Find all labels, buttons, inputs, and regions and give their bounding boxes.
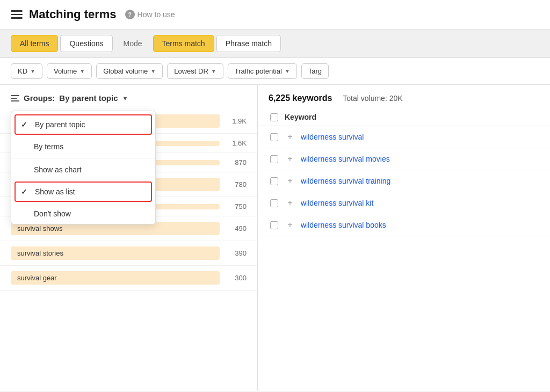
dropdown-item-dont-show[interactable]: Don't show xyxy=(11,204,155,224)
keyword-link[interactable]: wilderness survival kit xyxy=(301,199,373,207)
header-checkbox-col xyxy=(269,113,279,121)
row-checkbox[interactable] xyxy=(270,177,278,185)
how-to-use-link[interactable]: ? How to use xyxy=(125,10,175,19)
chevron-down-icon: ▼ xyxy=(30,68,35,74)
page-title: Matching terms xyxy=(29,8,117,21)
right-panel: 6,225 keywords Total volume: 20K Keyword… xyxy=(258,85,550,391)
dropdown-divider xyxy=(11,158,155,158)
hamburger-icon[interactable] xyxy=(11,10,23,19)
app-header: Matching terms ? How to use xyxy=(0,0,550,30)
groups-dropdown: ✓ By parent topic By terms Show as chart… xyxy=(11,111,156,224)
tab-mode-label: Mode xyxy=(115,35,151,52)
keyword-list-row: + wilderness survival xyxy=(258,126,550,148)
tab-questions[interactable]: Questions xyxy=(60,35,112,52)
groups-header[interactable]: Groups: By parent topic ▼ xyxy=(0,85,257,109)
add-keyword-icon[interactable]: + xyxy=(285,176,295,186)
left-panel: Groups: By parent topic ▼ ✓ By parent to… xyxy=(0,85,258,391)
main-content: Groups: By parent topic ▼ ✓ By parent to… xyxy=(0,85,550,391)
keyword-count: 490 xyxy=(225,224,247,233)
filter-kd[interactable]: KD ▼ xyxy=(11,63,42,79)
keyword-link[interactable]: wilderness survival movies xyxy=(301,155,390,163)
groups-dropdown-arrow: ▼ xyxy=(122,95,128,101)
groups-by-value: By parent topic xyxy=(59,93,118,103)
row-checkbox-col xyxy=(269,221,279,229)
keywords-count: 6,225 keywords xyxy=(269,93,332,103)
keyword-list-row: + wilderness survival movies xyxy=(258,148,550,170)
keyword-badge: survival stories xyxy=(11,246,220,260)
right-panel-header: 6,225 keywords Total volume: 20K xyxy=(258,85,550,108)
keyword-count: 870 xyxy=(225,158,247,166)
keyword-link[interactable]: wilderness survival xyxy=(301,133,364,141)
keyword-link[interactable]: wilderness survival training xyxy=(301,177,390,185)
keyword-list-row: + wilderness survival books xyxy=(258,214,550,236)
filter-targ-partial: Targ xyxy=(301,63,329,79)
tab-bar: All terms Questions Mode Terms match Phr… xyxy=(0,30,550,58)
dropdown-item-by-parent-topic[interactable]: ✓ By parent topic xyxy=(15,114,152,135)
row-checkbox-col xyxy=(269,155,279,163)
keyword-list-row: + wilderness survival training xyxy=(258,170,550,192)
keyword-list-row: + wilderness survival kit xyxy=(258,192,550,214)
dropdown-item-show-as-list[interactable]: ✓ Show as list xyxy=(15,182,152,202)
row-checkbox[interactable] xyxy=(270,133,278,141)
add-keyword-icon[interactable]: + xyxy=(285,154,295,164)
add-keyword-icon[interactable]: + xyxy=(285,220,295,230)
keyword-count: 750 xyxy=(225,202,247,210)
chevron-down-icon: ▼ xyxy=(211,68,216,74)
chevron-down-icon: ▼ xyxy=(285,68,290,74)
keyword-count: 390 xyxy=(225,249,247,257)
filter-bar: KD ▼ Volume ▼ Global volume ▼ Lowest DR … xyxy=(0,58,550,85)
keyword-count: 1.6K xyxy=(225,139,247,147)
total-volume: Total volume: 20K xyxy=(343,94,402,103)
tab-all-terms[interactable]: All terms xyxy=(11,35,58,52)
chevron-down-icon: ▼ xyxy=(79,68,85,74)
keyword-count: 1.9K xyxy=(225,117,247,125)
keyword-badge: survival gear xyxy=(11,271,220,285)
row-checkbox[interactable] xyxy=(270,155,278,163)
dropdown-item-show-as-chart[interactable]: Show as chart xyxy=(11,159,155,180)
filter-lowest-dr[interactable]: Lowest DR ▼ xyxy=(167,63,223,79)
add-keyword-icon[interactable]: + xyxy=(285,198,295,208)
left-keyword-row: survival stories 390 xyxy=(0,241,257,266)
question-icon: ? xyxy=(125,10,135,19)
add-keyword-icon[interactable]: + xyxy=(285,132,295,142)
dropdown-item-by-terms[interactable]: By terms xyxy=(11,136,155,157)
filter-global-volume[interactable]: Global volume ▼ xyxy=(96,63,163,79)
keyword-count: 300 xyxy=(225,274,247,282)
tab-phrase-match[interactable]: Phrase match xyxy=(216,35,281,52)
keyword-count: 780 xyxy=(225,180,247,188)
checkmark-icon: ✓ xyxy=(21,120,30,129)
keyword-column-header: Keyword xyxy=(285,113,316,121)
row-checkbox-col xyxy=(269,177,279,185)
row-checkbox-col xyxy=(269,199,279,207)
tab-terms-match[interactable]: Terms match xyxy=(153,35,214,52)
row-checkbox[interactable] xyxy=(270,221,278,229)
left-keyword-row: survival gear 300 xyxy=(0,266,257,291)
keyword-table-header: Keyword xyxy=(258,108,550,126)
row-checkbox-col xyxy=(269,133,279,141)
chevron-down-icon: ▼ xyxy=(150,68,156,74)
keyword-link[interactable]: wilderness survival books xyxy=(301,221,386,229)
filter-traffic-potential[interactable]: Traffic potential ▼ xyxy=(228,63,297,79)
row-checkbox[interactable] xyxy=(270,199,278,207)
groups-icon xyxy=(11,95,19,101)
checkmark-icon: ✓ xyxy=(21,187,30,196)
select-all-checkbox[interactable] xyxy=(270,113,278,121)
groups-label: Groups: xyxy=(24,93,55,103)
filter-volume[interactable]: Volume ▼ xyxy=(47,63,92,79)
